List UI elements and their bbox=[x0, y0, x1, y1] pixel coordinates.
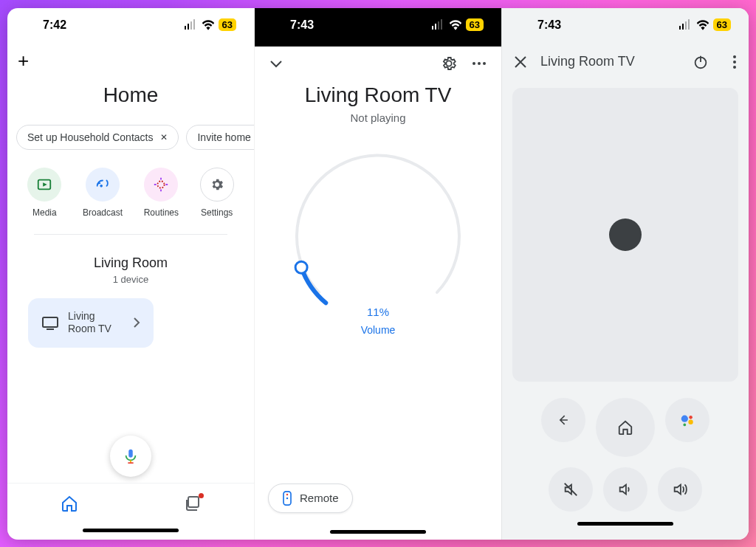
volume-dial-track-icon bbox=[289, 152, 467, 329]
chip-label: Invite home mem bbox=[197, 131, 254, 143]
status-bar: 7:43 63 bbox=[255, 8, 501, 42]
arrow-left-icon bbox=[556, 413, 571, 427]
chip-setup-contacts[interactable]: Set up Household Contacts ✕ bbox=[16, 125, 179, 150]
remote-home-button[interactable] bbox=[596, 398, 655, 457]
suggestion-chips: Set up Household Contacts ✕ Invite home … bbox=[7, 125, 254, 150]
room-name: Living Room bbox=[7, 239, 254, 274]
home-icon bbox=[61, 495, 78, 512]
svg-point-1 bbox=[100, 185, 103, 188]
cellular-signal-icon bbox=[432, 21, 445, 30]
add-button[interactable]: + bbox=[18, 51, 29, 70]
power-button[interactable] bbox=[693, 54, 709, 70]
touchpad-cursor-dot bbox=[609, 219, 642, 251]
media-icon bbox=[36, 176, 52, 193]
remote-label: Remote bbox=[300, 492, 339, 504]
volume-dial[interactable] bbox=[289, 152, 467, 329]
bottom-nav bbox=[7, 483, 254, 524]
collapse-button[interactable] bbox=[269, 59, 283, 68]
volume-down-icon bbox=[617, 481, 633, 498]
home-icon bbox=[617, 419, 633, 436]
svg-point-13 bbox=[472, 62, 475, 65]
svg-point-23 bbox=[733, 61, 736, 63]
close-button[interactable] bbox=[514, 55, 527, 69]
remote-title: Living Room TV bbox=[540, 54, 679, 69]
svg-point-26 bbox=[689, 416, 693, 419]
quick-routines[interactable]: Routines bbox=[144, 168, 179, 218]
remote-icon bbox=[282, 491, 292, 506]
phone-device-volume: 7:43 63 bbox=[254, 8, 501, 540]
more-vertical-icon bbox=[732, 55, 737, 69]
gear-icon bbox=[441, 55, 457, 72]
quick-actions-row: Media Broadcast Routines Settings bbox=[7, 150, 254, 230]
quick-settings[interactable]: Settings bbox=[200, 168, 234, 218]
device-card-living-room-tv[interactable]: Living Room TV bbox=[28, 298, 154, 348]
nav-home[interactable] bbox=[61, 495, 78, 512]
status-bar: 7:42 63 bbox=[7, 8, 254, 42]
home-title: Home bbox=[7, 79, 254, 125]
assistant-icon bbox=[679, 412, 695, 428]
chevron-down-icon bbox=[269, 59, 283, 68]
divider bbox=[34, 234, 227, 235]
status-time: 7:43 bbox=[537, 18, 561, 32]
three-phone-frame: 7:42 63 + Home Set up Household Contacts… bbox=[7, 8, 749, 540]
wifi-icon bbox=[449, 20, 462, 30]
svg-point-18 bbox=[286, 493, 289, 495]
wifi-icon bbox=[696, 20, 709, 30]
routines-icon bbox=[153, 176, 169, 193]
ios-home-indicator bbox=[577, 522, 673, 526]
quick-label: Settings bbox=[201, 207, 233, 218]
remote-touchpad[interactable] bbox=[512, 88, 738, 382]
chip-label: Set up Household Contacts bbox=[27, 131, 153, 143]
svg-rect-12 bbox=[188, 497, 199, 507]
close-icon[interactable]: ✕ bbox=[160, 132, 168, 142]
ios-home-indicator bbox=[330, 530, 426, 534]
close-icon bbox=[514, 55, 527, 69]
svg-point-24 bbox=[733, 66, 736, 69]
svg-point-15 bbox=[483, 62, 486, 65]
more-button[interactable] bbox=[472, 61, 487, 66]
assistant-mic-button[interactable] bbox=[110, 436, 151, 477]
quick-broadcast[interactable]: Broadcast bbox=[83, 168, 123, 218]
svg-point-16 bbox=[295, 261, 307, 273]
remote-mute-button[interactable] bbox=[549, 467, 593, 512]
remote-assistant-button[interactable] bbox=[665, 398, 709, 442]
more-horizontal-icon bbox=[472, 61, 487, 66]
open-remote-button[interactable]: Remote bbox=[268, 484, 353, 513]
status-time: 7:43 bbox=[290, 18, 314, 32]
device-title: Living Room TV bbox=[258, 80, 498, 107]
chip-invite-members[interactable]: Invite home mem bbox=[186, 125, 254, 150]
svg-rect-7 bbox=[43, 317, 58, 327]
remote-back-button[interactable] bbox=[541, 398, 585, 442]
mic-icon bbox=[123, 448, 139, 464]
device-name: Living Room TV bbox=[68, 310, 124, 336]
room-device-count: 1 device bbox=[7, 274, 254, 298]
svg-point-14 bbox=[478, 62, 481, 65]
volume-up-icon bbox=[672, 481, 688, 498]
quick-label: Media bbox=[32, 207, 57, 218]
power-icon bbox=[693, 54, 709, 70]
svg-point-22 bbox=[733, 55, 736, 58]
device-status: Not playing bbox=[258, 107, 498, 145]
phone-home-screen: 7:42 63 + Home Set up Household Contacts… bbox=[7, 8, 254, 540]
phone-remote-screen: 7:43 63 Living Room TV bbox=[501, 8, 749, 540]
nav-feed[interactable] bbox=[184, 495, 202, 512]
cellular-signal-icon bbox=[185, 21, 198, 30]
svg-point-28 bbox=[684, 423, 687, 426]
device-settings-button[interactable] bbox=[441, 55, 457, 72]
tv-icon bbox=[41, 314, 59, 331]
svg-point-19 bbox=[286, 497, 289, 499]
battery-badge: 63 bbox=[219, 18, 236, 31]
broadcast-icon bbox=[94, 176, 111, 193]
svg-point-2 bbox=[158, 181, 165, 188]
wifi-icon bbox=[202, 20, 215, 30]
quick-label: Broadcast bbox=[83, 207, 123, 218]
overflow-button[interactable] bbox=[732, 55, 737, 69]
cellular-signal-icon bbox=[679, 21, 693, 30]
remote-volume-up-button[interactable] bbox=[658, 467, 702, 512]
remote-volume-down-button[interactable] bbox=[603, 467, 647, 512]
battery-badge: 63 bbox=[713, 18, 731, 31]
battery-badge: 63 bbox=[466, 18, 484, 31]
status-bar: 7:43 63 bbox=[502, 8, 749, 42]
quick-media[interactable]: Media bbox=[27, 168, 61, 218]
notification-dot-icon bbox=[199, 493, 204, 498]
